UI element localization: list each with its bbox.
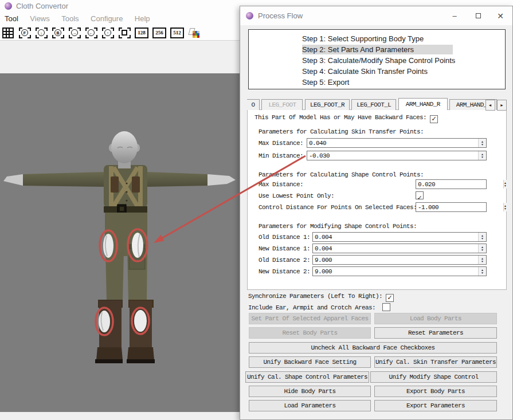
max-distance-shape-field: ▲▼: [416, 179, 487, 189]
grid-view-icon[interactable]: [2, 26, 14, 40]
app-icon: [5, 2, 12, 10]
tab-leg-foot-r[interactable]: LEG_FOOT_R: [305, 99, 350, 110]
skin-transfer-heading: Parameters for Calculating Skin Transfer…: [259, 128, 424, 135]
tab-leg-foot[interactable]: LEG_FOOT: [261, 99, 303, 110]
spinner[interactable]: ▲▼: [503, 203, 507, 211]
hide-body-parts-button[interactable]: Hide Body Parts: [249, 386, 371, 397]
old-distance-2-input[interactable]: [313, 256, 478, 264]
unify-shape-control-button[interactable]: Unify Cal. Shape Control Parameters: [245, 371, 369, 383]
backward-faces-checkbox[interactable]: ✓: [430, 115, 438, 123]
export-parameters-button[interactable]: Export Parameters: [374, 400, 497, 411]
min-distance-skin-label: Min Distance:: [259, 152, 303, 159]
color-palette-icon[interactable]: [188, 26, 201, 40]
reset-parameters-button[interactable]: Reset Parameters: [374, 327, 497, 339]
old-distance-1-label: Old Distance 1:: [259, 234, 310, 241]
spinner[interactable]: ▲▼: [478, 267, 486, 276]
maximize-button[interactable]: [467, 6, 489, 25]
tab-scroll-right-icon[interactable]: ►: [497, 100, 507, 111]
load-body-parts-button[interactable]: Load Body Parts: [374, 313, 497, 324]
body-part-tabbar: O LEG_FOOT LEG_FOOT_R LEG_FOOT_L ARM_HAN…: [247, 98, 507, 110]
dialog-titlebar[interactable]: Process Flow – ✕: [240, 6, 512, 25]
min-distance-skin-field: ▲▼: [307, 151, 487, 160]
process-flow-dialog: Process Flow – ✕ Step 1: Select Supporti…: [240, 6, 513, 420]
lowest-point-label: Use Lowest Point Only:: [259, 193, 334, 199]
tab-arm-hand-r[interactable]: ARM_HAND_R: [398, 98, 448, 110]
view-back-icon[interactable]: B: [52, 26, 64, 40]
uncheck-all-backward-button[interactable]: Uncheck All Backward Face Checkboxes: [249, 342, 497, 354]
step-item-2-selected[interactable]: Step 2: Set Parts And Parameters: [249, 44, 505, 54]
min-distance-skin-input[interactable]: [307, 151, 478, 160]
texture-size-512-button[interactable]: 512: [170, 28, 184, 38]
spinner[interactable]: ▲▼: [503, 180, 507, 189]
tab-leg-foot-l[interactable]: LEG_FOOT_L: [351, 99, 396, 110]
load-parameters-button[interactable]: Load Parameters: [249, 400, 371, 411]
menu-help[interactable]: Help: [135, 13, 150, 25]
check-icon: ✓: [417, 194, 422, 202]
step-item-4[interactable]: Step 4: Calculate Skin Transfer Points: [249, 65, 505, 76]
spinner[interactable]: ▲▼: [478, 233, 486, 241]
backward-faces-row: This Part Of Model Has or May Have Backw…: [254, 114, 438, 123]
view-top-icon[interactable]: ↑: [101, 26, 114, 40]
soldier-model: [0, 73, 240, 412]
check-icon: ✓: [387, 294, 392, 301]
modify-shape-heading: Parameters for Modifying Shape Control P…: [259, 223, 417, 230]
dialog-icon: [246, 12, 253, 19]
export-body-parts-button[interactable]: Export Body Parts: [374, 386, 497, 397]
view-bottom-icon[interactable]: ↓: [35, 26, 48, 40]
unify-skin-transfer-button[interactable]: Unify Cal. Skin Transfer Parameters: [374, 356, 497, 368]
include-areas-row: Include Ear, Armpit and Crotch Areas:: [248, 303, 390, 311]
menu-tool[interactable]: Tool: [5, 13, 18, 25]
tab-scroll-buttons: ◄ ►: [486, 99, 507, 109]
control-distance-label: Control Distance For Points On Selected …: [259, 204, 417, 211]
lowest-point-checkbox[interactable]: ✓: [416, 191, 424, 199]
old-distance-1-input[interactable]: [313, 233, 478, 241]
max-distance-skin-input[interactable]: [307, 139, 478, 147]
new-distance-2-field: ▲▼: [312, 266, 487, 276]
minimize-button[interactable]: –: [444, 6, 465, 25]
main-window-title: Cloth Convertor: [16, 2, 68, 10]
set-part-button[interactable]: Set Part Of Selected Apparel Faces: [249, 313, 371, 324]
shape-control-heading: Parameters for Calculating Shape Control…: [259, 171, 424, 178]
new-distance-1-label: New Distance 1:: [259, 245, 310, 252]
synchronize-checkbox[interactable]: ✓: [386, 294, 394, 302]
max-distance-skin-field: ▲▼: [307, 138, 487, 148]
max-distance-shape-label: Max Distance:: [259, 181, 303, 188]
selection-frame-icon[interactable]: [118, 26, 131, 40]
spinner[interactable]: ▲▼: [478, 139, 486, 147]
view-front-icon[interactable]: F: [18, 26, 31, 40]
synchronize-row: Synchronize Parameters (Left To Right): …: [248, 293, 394, 302]
tab-scroll-left-icon[interactable]: ◄: [485, 100, 495, 111]
unify-modify-shape-button[interactable]: Unify Modify Shape Control Parameters: [370, 371, 497, 383]
new-distance-2-input[interactable]: [313, 267, 478, 276]
old-distance-2-label: Old Distance 2:: [259, 257, 310, 264]
spinner[interactable]: ▲▼: [478, 151, 486, 160]
process-steps-list: Step 1: Select Supporting Body Type Step…: [248, 29, 506, 89]
check-icon: ✓: [431, 115, 436, 123]
dialog-title: Process Flow: [258, 11, 303, 20]
tab-clipped[interactable]: O: [247, 99, 260, 110]
old-distance-2-field: ▲▼: [312, 255, 487, 265]
include-areas-checkbox[interactable]: [382, 303, 390, 311]
step-item-3[interactable]: Step 3: Calculate/Modify Shape Control P…: [249, 54, 505, 65]
old-distance-1-field: ▲▼: [312, 232, 487, 242]
reset-body-parts-button[interactable]: Reset Body Parts: [249, 327, 371, 339]
view-left-icon[interactable]: ←: [85, 26, 97, 40]
control-distance-input[interactable]: [416, 203, 503, 211]
spinner[interactable]: ▲▼: [478, 244, 486, 253]
menu-views[interactable]: Views: [30, 13, 49, 25]
new-distance-2-label: New Distance 2:: [259, 268, 310, 275]
menu-tools[interactable]: Tools: [61, 13, 79, 25]
unify-backward-face-button[interactable]: Unify Backward Face Setting: [249, 356, 371, 368]
new-distance-1-input[interactable]: [313, 244, 478, 253]
max-distance-skin-label: Max Distance:: [259, 140, 303, 147]
step-item-1[interactable]: Step 1: Select Supporting Body Type: [249, 33, 505, 44]
texture-size-128-button[interactable]: 128: [135, 28, 148, 38]
max-distance-shape-input[interactable]: [416, 180, 503, 189]
spinner[interactable]: ▲▼: [478, 256, 486, 264]
view-right-icon[interactable]: →: [68, 26, 81, 40]
menu-configure[interactable]: Configure: [91, 13, 123, 25]
close-button[interactable]: ✕: [489, 6, 511, 25]
step-item-5[interactable]: Step 5: Export: [249, 76, 505, 87]
new-distance-1-field: ▲▼: [312, 244, 487, 253]
texture-size-256-button[interactable]: 256: [152, 28, 166, 38]
